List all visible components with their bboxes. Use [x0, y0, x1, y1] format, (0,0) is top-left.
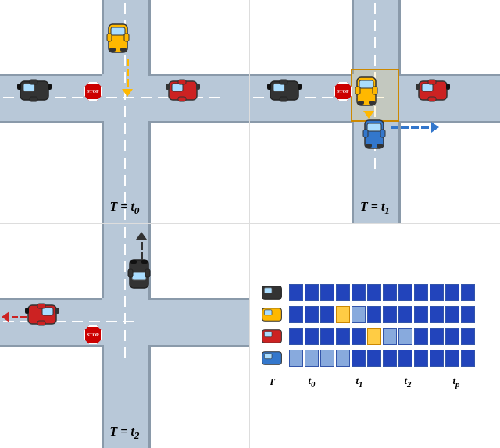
panel-label-t1: T = t1 — [250, 200, 500, 217]
svg-rect-45 — [145, 269, 150, 277]
svg-rect-17 — [48, 84, 52, 90]
svg-rect-22 — [358, 101, 364, 105]
svg-rect-29 — [377, 144, 383, 148]
svg-rect-51 — [38, 321, 45, 325]
T-label: T — [258, 375, 286, 388]
svg-rect-32 — [428, 80, 436, 84]
timeline-labels: T t0 t1 t2 tp — [258, 375, 492, 389]
svg-rect-2 — [107, 34, 112, 41]
panel-label-t0: T = t0 — [0, 200, 249, 217]
blue-car-t1 — [362, 116, 387, 156]
svg-rect-23 — [369, 101, 375, 105]
panel-t2: STOP T = t2 — [0, 224, 250, 448]
svg-rect-53 — [55, 308, 59, 314]
svg-rect-34 — [416, 84, 420, 90]
stop-sign-t2: STOP — [84, 325, 102, 344]
red-car-t1 — [414, 78, 452, 106]
timeline-panel: T t0 t1 t2 tp — [250, 224, 500, 448]
svg-rect-16 — [17, 84, 21, 90]
timeline-row-red — [258, 328, 492, 345]
svg-rect-11 — [196, 84, 200, 90]
svg-rect-14 — [30, 80, 38, 84]
black-car-t0 — [16, 78, 53, 106]
svg-rect-10 — [166, 84, 170, 90]
svg-rect-49 — [42, 308, 53, 315]
svg-rect-57 — [264, 310, 272, 315]
svg-rect-15 — [30, 97, 38, 101]
svg-rect-39 — [280, 97, 288, 101]
svg-rect-46 — [130, 260, 137, 264]
svg-rect-1 — [111, 27, 125, 35]
black-car-icon — [258, 284, 286, 301]
yellow-car-t0 — [105, 20, 130, 60]
svg-rect-44 — [128, 269, 133, 277]
blue-car-icon — [258, 350, 286, 367]
svg-rect-28 — [366, 144, 372, 148]
svg-rect-61 — [264, 354, 272, 359]
black-car-t1 — [266, 78, 303, 106]
stop-sign-t1: STOP — [334, 82, 352, 101]
svg-rect-43 — [132, 272, 146, 280]
svg-rect-38 — [280, 80, 288, 84]
panel-t0: STOP T = t0 — [0, 0, 250, 224]
svg-rect-40 — [267, 84, 271, 90]
svg-rect-35 — [446, 84, 450, 90]
svg-rect-41 — [298, 84, 302, 90]
svg-rect-47 — [141, 260, 148, 264]
svg-rect-8 — [178, 80, 186, 84]
svg-rect-55 — [264, 288, 272, 293]
svg-rect-33 — [428, 97, 436, 101]
svg-rect-19 — [359, 80, 373, 88]
panel-t1: STOP T = t1 — [250, 0, 500, 224]
black-car-t2 — [127, 255, 152, 296]
red-car-t0 — [164, 78, 202, 106]
svg-rect-21 — [373, 87, 377, 94]
panel-label-t2: T = t2 — [0, 425, 249, 442]
svg-rect-26 — [363, 130, 368, 137]
svg-rect-59 — [264, 332, 272, 337]
red-car-t2 — [23, 302, 61, 330]
svg-rect-25 — [367, 123, 381, 131]
timeline-row-black — [258, 284, 492, 301]
svg-rect-4 — [109, 48, 116, 52]
svg-rect-5 — [120, 48, 127, 52]
yellow-car-icon — [258, 306, 286, 323]
svg-rect-27 — [380, 130, 385, 137]
svg-rect-3 — [124, 34, 129, 41]
yellow-car-t1 — [354, 73, 379, 113]
svg-rect-50 — [38, 304, 45, 308]
timeline-row-yellow — [258, 306, 492, 323]
svg-rect-20 — [355, 87, 360, 94]
red-car-icon — [258, 328, 286, 345]
timeline-row-blue — [258, 350, 492, 367]
svg-rect-9 — [178, 97, 186, 101]
